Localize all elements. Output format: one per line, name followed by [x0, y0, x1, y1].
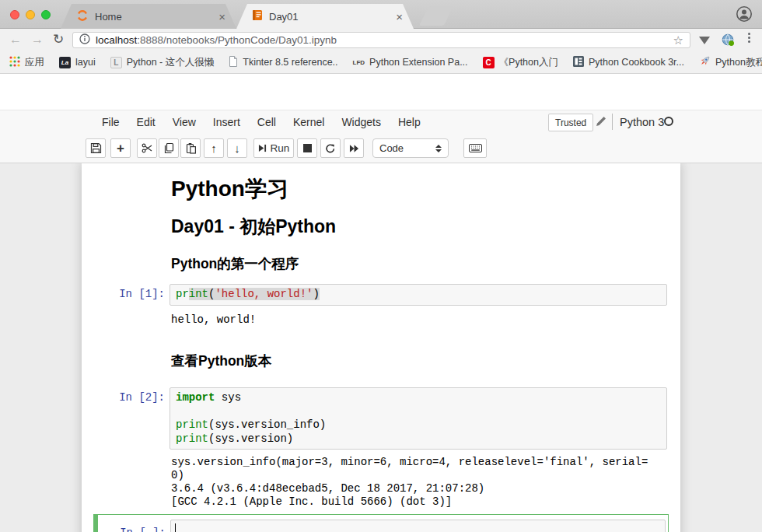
- bookmark-extension[interactable]: LFD Python Extension Pa...: [353, 57, 468, 68]
- forward-icon[interactable]: →: [31, 31, 44, 48]
- chrome-menu-icon[interactable]: [748, 33, 750, 43]
- copy-cell-button[interactable]: [159, 138, 179, 158]
- minimize-window-button[interactable]: [26, 10, 35, 19]
- notebook-container: Python学习 Day01 - 初始Python Python的第一个程序 I…: [82, 163, 680, 532]
- menu-cell[interactable]: Cell: [249, 116, 285, 128]
- code-cell-1: In [1]: print('hello, world!'): [93, 284, 667, 306]
- command-palette-button[interactable]: [463, 138, 487, 158]
- close-window-button[interactable]: [10, 10, 19, 19]
- menu-edit[interactable]: Edit: [128, 116, 164, 128]
- bookmark-label: Python Extension Pa...: [369, 57, 467, 68]
- url-text: localhost:8888/notebooks/PythonCode/Day0…: [96, 34, 668, 46]
- page-icon: [229, 56, 238, 69]
- tab-strip: Home × Day01 ×: [0, 0, 762, 29]
- input-prompt: In [2]:: [93, 387, 170, 450]
- jupyter-header: jupyter Day01 (autosaved) Logout: [0, 74, 762, 110]
- book-grid-icon: [573, 56, 584, 69]
- bookmark-label: Tkinter 8.5 reference..: [243, 57, 337, 68]
- menu-help[interactable]: Help: [390, 116, 429, 128]
- code-token: (sys.version): [208, 432, 293, 445]
- paste-cell-button[interactable]: [180, 138, 201, 158]
- code-token-selected: int: [189, 288, 208, 300]
- menu-kernel[interactable]: Kernel: [285, 116, 333, 128]
- output-line: [GCC 4.2.1 (Apple Inc. build 5666) (dot …: [171, 495, 648, 509]
- notebook-scroll-area[interactable]: Python学习 Day01 - 初始Python Python的第一个程序 I…: [0, 163, 762, 532]
- markdown-heading-2[interactable]: Day01 - 初始Python: [171, 215, 336, 239]
- zoom-window-button[interactable]: [41, 10, 51, 19]
- code-input-area[interactable]: import sys print(sys.version_info) print…: [170, 387, 667, 450]
- pencil-icon[interactable]: [596, 116, 606, 130]
- code-blank-line: [176, 405, 661, 419]
- code-cell-2: In [2]: import sys print(sys.version_inf…: [93, 387, 667, 450]
- move-cell-down-button[interactable]: ↓: [227, 138, 247, 158]
- markdown-heading-3-first[interactable]: Python的第一个程序: [171, 254, 299, 273]
- edit-mode-indicator-bar: [94, 515, 98, 532]
- restart-kernel-button[interactable]: [320, 138, 341, 158]
- bookmark-python-blog[interactable]: L Python - 这个人很懒: [110, 56, 215, 69]
- notebook-toolbar: + ↑ ↓ Run: [0, 134, 762, 163]
- extension-v-icon[interactable]: [699, 37, 710, 44]
- markdown-heading-3-second[interactable]: 查看Python版本: [171, 352, 271, 370]
- tab-label: Home: [95, 11, 122, 23]
- text-cursor: [175, 523, 176, 532]
- input-prompt: In [1]:: [93, 284, 170, 306]
- trusted-button[interactable]: Trusted: [548, 114, 593, 131]
- bookmark-star-icon[interactable]: ☆: [673, 33, 683, 47]
- run-label: Run: [271, 142, 290, 154]
- url-host: localhost: [96, 34, 137, 46]
- tab-close-icon[interactable]: ×: [394, 11, 404, 23]
- code-keyword: import: [176, 391, 215, 404]
- menu-file[interactable]: File: [93, 116, 128, 128]
- menu-widgets[interactable]: Widgets: [333, 116, 390, 128]
- cut-cell-button[interactable]: [137, 138, 157, 158]
- url-field[interactable]: localhost:8888/notebooks/PythonCode/Day0…: [72, 32, 690, 48]
- code-token: (sys.version_info): [208, 418, 326, 431]
- menu-view[interactable]: View: [164, 116, 204, 128]
- bookmark-python-intro[interactable]: C 《Python入门: [483, 56, 558, 69]
- extension-globe-icon[interactable]: [722, 33, 735, 50]
- code-input-area[interactable]: print('hello, world!'): [170, 284, 667, 306]
- tab-home[interactable]: Home ×: [61, 4, 236, 29]
- tab-day01[interactable]: Day01 ×: [236, 4, 414, 29]
- profile-avatar-icon[interactable]: [736, 5, 753, 26]
- cell-type-select[interactable]: Code: [372, 138, 449, 158]
- interrupt-kernel-button[interactable]: [297, 138, 317, 158]
- output-line: sys.version_info(major=3, minor=6, micro…: [171, 456, 648, 469]
- step-forward-icon: [258, 144, 267, 152]
- cell-1-output: hello, world!: [171, 313, 256, 326]
- tab-close-icon[interactable]: ×: [217, 11, 227, 23]
- bookmark-layui[interactable]: La layui: [59, 57, 96, 68]
- restart-icon: [325, 143, 336, 154]
- bookmark-python-tutorial[interactable]: Python教程: [699, 55, 762, 69]
- bookmark-cookbook[interactable]: Python Cookbook 3r...: [573, 56, 684, 69]
- bookmark-label: Python教程: [715, 56, 762, 69]
- copy-icon: [163, 142, 175, 154]
- rocket-icon: [699, 55, 711, 69]
- bookmarks-bar: 应用 La layui L Python - 这个人很懒 Tkinter 8.5…: [0, 51, 762, 74]
- code-builtin: print: [176, 418, 208, 431]
- restart-run-all-button[interactable]: [344, 138, 364, 158]
- bookmark-tkinter[interactable]: Tkinter 8.5 reference..: [229, 56, 337, 69]
- add-cell-button[interactable]: +: [110, 138, 131, 158]
- menu-insert[interactable]: Insert: [204, 116, 249, 128]
- cell-type-value: Code: [379, 142, 404, 154]
- run-cell-button[interactable]: Run: [253, 138, 294, 158]
- bookmark-label: 《Python入门: [499, 56, 558, 69]
- kernel-name: Python 3: [620, 116, 664, 128]
- floppy-icon: [90, 142, 102, 154]
- info-icon[interactable]: [79, 33, 90, 47]
- bookmark-apps[interactable]: 应用: [9, 56, 44, 69]
- code-input-area[interactable]: [170, 520, 666, 532]
- code-token: pr: [176, 288, 189, 300]
- new-tab-button[interactable]: [419, 6, 453, 26]
- save-button[interactable]: [86, 138, 106, 158]
- move-cell-up-button[interactable]: ↑: [204, 138, 224, 158]
- menu-divider: [612, 114, 613, 130]
- code-cell-3-selected[interactable]: In [ ]:: [93, 514, 669, 532]
- markdown-heading-1[interactable]: Python学习: [171, 174, 288, 204]
- lfd-icon: LFD: [353, 59, 365, 66]
- back-icon[interactable]: ←: [9, 31, 22, 48]
- jupyter-spinner-favicon: [76, 9, 89, 24]
- bookmark-label: layui: [75, 57, 96, 68]
- reload-icon[interactable]: ↻: [53, 31, 64, 48]
